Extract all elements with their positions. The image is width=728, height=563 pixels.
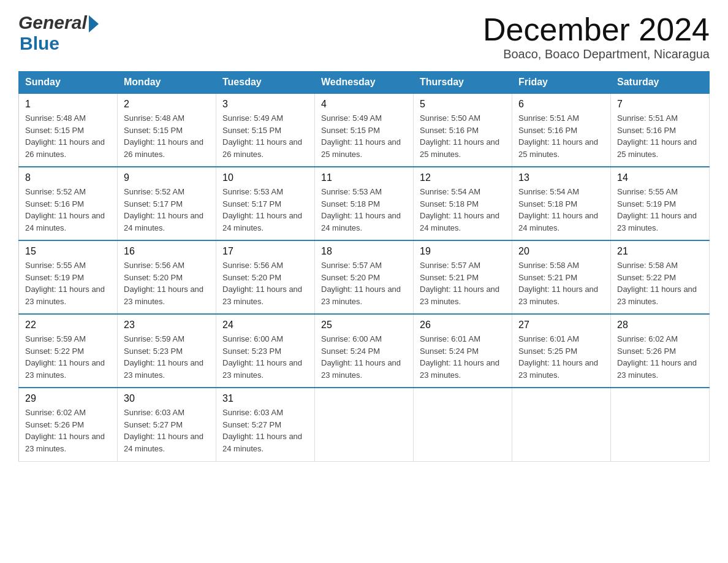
table-row: 16 Sunrise: 5:56 AM Sunset: 5:20 PM Dayl… bbox=[118, 240, 216, 314]
day-number: 11 bbox=[321, 172, 407, 183]
table-row: 5 Sunrise: 5:50 AM Sunset: 5:16 PM Dayli… bbox=[414, 93, 512, 167]
table-row: 13 Sunrise: 5:54 AM Sunset: 5:18 PM Dayl… bbox=[512, 167, 611, 240]
table-row: 15 Sunrise: 5:55 AM Sunset: 5:19 PM Dayl… bbox=[19, 240, 118, 314]
day-info: Sunrise: 6:01 AM Sunset: 5:24 PM Dayligh… bbox=[420, 333, 506, 381]
logo: General Blue bbox=[18, 12, 99, 54]
day-number: 7 bbox=[617, 99, 703, 110]
header-monday: Monday bbox=[118, 72, 216, 94]
table-row bbox=[611, 388, 710, 461]
sunset-label: Sunset: 5:24 PM bbox=[321, 347, 380, 356]
daylight-label: Daylight: 11 hours and 24 minutes. bbox=[420, 211, 499, 232]
daylight-label: Daylight: 11 hours and 24 minutes. bbox=[124, 211, 203, 232]
day-info: Sunrise: 5:53 AM Sunset: 5:17 PM Dayligh… bbox=[222, 186, 308, 234]
sunset-label: Sunset: 5:15 PM bbox=[321, 126, 380, 135]
table-row: 4 Sunrise: 5:49 AM Sunset: 5:15 PM Dayli… bbox=[315, 93, 414, 167]
table-row: 12 Sunrise: 5:54 AM Sunset: 5:18 PM Dayl… bbox=[414, 167, 512, 240]
table-row: 17 Sunrise: 5:56 AM Sunset: 5:20 PM Dayl… bbox=[216, 240, 315, 314]
day-number: 4 bbox=[321, 99, 407, 110]
sunset-label: Sunset: 5:27 PM bbox=[222, 420, 281, 429]
sunrise-label: Sunrise: 5:51 AM bbox=[518, 113, 579, 123]
daylight-label: Daylight: 11 hours and 23 minutes. bbox=[124, 285, 203, 306]
day-info: Sunrise: 5:51 AM Sunset: 5:16 PM Dayligh… bbox=[518, 112, 604, 160]
daylight-label: Daylight: 11 hours and 24 minutes. bbox=[518, 211, 598, 232]
sunset-label: Sunset: 5:26 PM bbox=[617, 347, 676, 356]
logo-arrow-icon bbox=[89, 15, 99, 33]
daylight-label: Daylight: 11 hours and 25 minutes. bbox=[617, 137, 697, 159]
daylight-label: Daylight: 11 hours and 25 minutes. bbox=[321, 137, 401, 159]
sunset-label: Sunset: 5:20 PM bbox=[124, 273, 183, 282]
table-row: 14 Sunrise: 5:55 AM Sunset: 5:19 PM Dayl… bbox=[611, 167, 710, 240]
calendar-body: 1 Sunrise: 5:48 AM Sunset: 5:15 PM Dayli… bbox=[19, 93, 710, 461]
day-number: 18 bbox=[321, 246, 407, 257]
sunset-label: Sunset: 5:16 PM bbox=[617, 126, 676, 135]
daylight-label: Daylight: 11 hours and 26 minutes. bbox=[124, 137, 203, 159]
day-number: 24 bbox=[222, 320, 308, 331]
sunrise-label: Sunrise: 5:57 AM bbox=[321, 261, 382, 270]
header-sunday: Sunday bbox=[19, 72, 118, 94]
day-info: Sunrise: 5:51 AM Sunset: 5:16 PM Dayligh… bbox=[617, 112, 703, 160]
day-info: Sunrise: 5:58 AM Sunset: 5:21 PM Dayligh… bbox=[518, 259, 604, 307]
sunset-label: Sunset: 5:18 PM bbox=[420, 199, 479, 209]
sunset-label: Sunset: 5:15 PM bbox=[222, 126, 281, 135]
table-row: 1 Sunrise: 5:48 AM Sunset: 5:15 PM Dayli… bbox=[19, 93, 118, 167]
day-number: 25 bbox=[321, 320, 407, 331]
calendar-header: Sunday Monday Tuesday Wednesday Thursday… bbox=[19, 72, 710, 94]
sunset-label: Sunset: 5:17 PM bbox=[222, 199, 281, 209]
header-wednesday: Wednesday bbox=[315, 72, 414, 94]
day-number: 3 bbox=[222, 99, 308, 110]
daylight-label: Daylight: 11 hours and 23 minutes. bbox=[124, 358, 203, 380]
daylight-label: Daylight: 11 hours and 24 minutes. bbox=[25, 211, 105, 232]
sunset-label: Sunset: 5:16 PM bbox=[25, 199, 84, 209]
day-number: 20 bbox=[518, 246, 604, 257]
day-number: 12 bbox=[420, 172, 506, 183]
sunrise-label: Sunrise: 5:49 AM bbox=[222, 113, 283, 123]
daylight-label: Daylight: 11 hours and 23 minutes. bbox=[420, 285, 499, 306]
day-number: 29 bbox=[25, 393, 111, 404]
sunrise-label: Sunrise: 5:54 AM bbox=[420, 187, 480, 196]
sunrise-label: Sunrise: 6:01 AM bbox=[420, 334, 480, 343]
sunrise-label: Sunrise: 5:53 AM bbox=[321, 187, 382, 196]
sunrise-label: Sunrise: 6:03 AM bbox=[222, 408, 283, 417]
day-number: 21 bbox=[617, 246, 703, 257]
daylight-label: Daylight: 11 hours and 25 minutes. bbox=[518, 137, 598, 159]
sunrise-label: Sunrise: 6:00 AM bbox=[222, 334, 283, 343]
daylight-label: Daylight: 11 hours and 24 minutes. bbox=[321, 211, 401, 232]
day-number: 16 bbox=[124, 246, 210, 257]
sunrise-label: Sunrise: 5:54 AM bbox=[518, 187, 579, 196]
day-info: Sunrise: 5:49 AM Sunset: 5:15 PM Dayligh… bbox=[321, 112, 407, 160]
day-number: 23 bbox=[124, 320, 210, 331]
table-row: 27 Sunrise: 6:01 AM Sunset: 5:25 PM Dayl… bbox=[512, 314, 611, 388]
sunrise-label: Sunrise: 6:02 AM bbox=[25, 408, 86, 417]
sunset-label: Sunset: 5:16 PM bbox=[420, 126, 479, 135]
daylight-label: Daylight: 11 hours and 23 minutes. bbox=[321, 358, 401, 380]
day-info: Sunrise: 5:55 AM Sunset: 5:19 PM Dayligh… bbox=[25, 259, 111, 307]
day-info: Sunrise: 5:50 AM Sunset: 5:16 PM Dayligh… bbox=[420, 112, 506, 160]
table-row: 26 Sunrise: 6:01 AM Sunset: 5:24 PM Dayl… bbox=[414, 314, 512, 388]
sunset-label: Sunset: 5:20 PM bbox=[321, 273, 380, 282]
sunrise-label: Sunrise: 6:00 AM bbox=[321, 334, 382, 343]
day-number: 13 bbox=[518, 172, 604, 183]
table-row: 2 Sunrise: 5:48 AM Sunset: 5:15 PM Dayli… bbox=[118, 93, 216, 167]
day-info: Sunrise: 5:52 AM Sunset: 5:17 PM Dayligh… bbox=[124, 186, 210, 234]
day-info: Sunrise: 6:02 AM Sunset: 5:26 PM Dayligh… bbox=[25, 407, 111, 454]
table-row: 11 Sunrise: 5:53 AM Sunset: 5:18 PM Dayl… bbox=[315, 167, 414, 240]
day-number: 28 bbox=[617, 320, 703, 331]
day-number: 8 bbox=[25, 172, 111, 183]
table-row: 23 Sunrise: 5:59 AM Sunset: 5:23 PM Dayl… bbox=[118, 314, 216, 388]
daylight-label: Daylight: 11 hours and 26 minutes. bbox=[222, 137, 302, 159]
daylight-label: Daylight: 11 hours and 23 minutes. bbox=[25, 432, 105, 453]
day-number: 6 bbox=[518, 99, 604, 110]
day-number: 22 bbox=[25, 320, 111, 331]
day-number: 9 bbox=[124, 172, 210, 183]
calendar-table: Sunday Monday Tuesday Wednesday Thursday… bbox=[18, 71, 710, 462]
day-number: 15 bbox=[25, 246, 111, 257]
sunrise-label: Sunrise: 6:01 AM bbox=[518, 334, 579, 343]
day-info: Sunrise: 5:56 AM Sunset: 5:20 PM Dayligh… bbox=[124, 259, 210, 307]
sunset-label: Sunset: 5:16 PM bbox=[518, 126, 577, 135]
sunset-label: Sunset: 5:19 PM bbox=[617, 199, 676, 209]
sunrise-label: Sunrise: 6:03 AM bbox=[124, 408, 184, 417]
table-row: 10 Sunrise: 5:53 AM Sunset: 5:17 PM Dayl… bbox=[216, 167, 315, 240]
daylight-label: Daylight: 11 hours and 26 minutes. bbox=[25, 137, 105, 159]
page-header: General Blue December 2024 Boaco, Boaco … bbox=[18, 12, 710, 61]
sunrise-label: Sunrise: 5:53 AM bbox=[222, 187, 283, 196]
